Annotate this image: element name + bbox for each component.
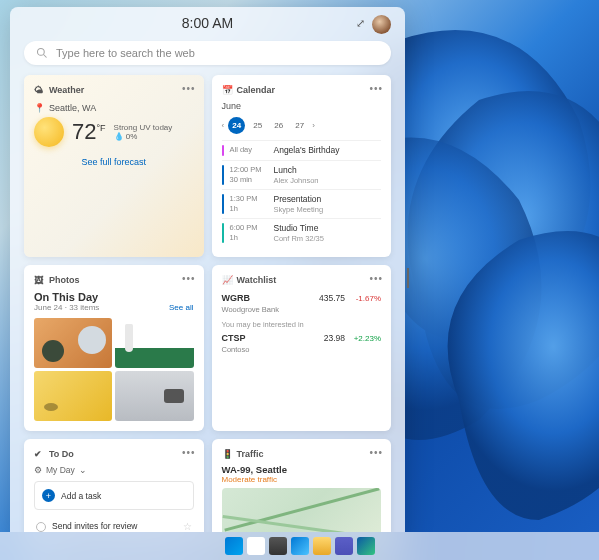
see-all-link[interactable]: See all <box>169 303 193 312</box>
watchlist-icon: 📈 <box>222 275 232 285</box>
traffic-icon: 🚦 <box>222 449 232 459</box>
add-task-button[interactable]: +Add a task <box>34 481 194 510</box>
calendar-day-selector[interactable]: ‹ 24 25 26 27 › <box>222 117 382 134</box>
card-menu-icon[interactable]: ••• <box>369 447 383 458</box>
card-menu-icon[interactable]: ••• <box>182 83 196 94</box>
weather-icon: 🌤 <box>34 85 44 95</box>
widgets-icon[interactable] <box>291 537 309 555</box>
prev-day-icon[interactable]: ‹ <box>222 121 225 130</box>
card-menu-icon[interactable]: ••• <box>369 273 383 284</box>
expand-icon[interactable]: ⤢ <box>356 17 365 30</box>
watchlist-card[interactable]: 📈Watchlist ••• WGRB 435.75 -1.67% Woodgr… <box>212 265 392 431</box>
task-checkbox[interactable] <box>36 522 46 532</box>
chevron-down-icon: ⌄ <box>79 465 87 475</box>
calendar-card[interactable]: 📅Calendar ••• June ‹ 24 25 26 27 › All d… <box>212 75 392 257</box>
clock-time: 8:00 AM <box>10 15 405 31</box>
calendar-event[interactable]: 1:30 PM1hPresentationSkype Meeting <box>222 189 382 218</box>
sun-icon <box>34 117 64 147</box>
calendar-event[interactable]: All dayAngela's Birthday <box>222 140 382 160</box>
calendar-event[interactable]: 6:00 PM1hStudio TimeConf Rm 32/35 <box>222 218 382 247</box>
taskbar <box>0 532 599 560</box>
calendar-icon: 📅 <box>222 85 232 95</box>
search-icon <box>36 47 48 59</box>
task-view-icon[interactable] <box>269 537 287 555</box>
calendar-event[interactable]: 12:00 PM30 minLunchAlex Johnson <box>222 160 382 189</box>
user-avatar[interactable] <box>372 15 391 34</box>
photo-thumb[interactable] <box>115 371 193 421</box>
traffic-card[interactable]: 🚦Traffic ••• WA-99, Seattle Moderate tra… <box>212 439 392 544</box>
photos-card[interactable]: 🖼Photos ••• On This Day June 24 · 33 ite… <box>24 265 204 431</box>
photo-thumb[interactable] <box>34 318 112 368</box>
card-menu-icon[interactable]: ••• <box>369 83 383 94</box>
photos-icon: 🖼 <box>34 275 44 285</box>
photo-thumb[interactable] <box>115 318 193 368</box>
teams-icon[interactable] <box>335 537 353 555</box>
todo-card[interactable]: ✔To Do ••• ⚙My Day⌄ +Add a task Send inv… <box>24 439 204 544</box>
photo-thumb[interactable] <box>34 371 112 421</box>
widgets-panel: 8:00 AM ⤢ Type here to search the web 🌤W… <box>10 7 405 544</box>
scroll-indicator[interactable] <box>407 268 409 288</box>
svg-point-0 <box>38 49 45 56</box>
temperature: 72°F <box>72 119 106 145</box>
star-icon[interactable]: ☆ <box>183 521 192 532</box>
stock-row[interactable]: WGRB 435.75 -1.67% <box>222 293 382 303</box>
location-icon: 📍 <box>34 103 45 113</box>
stock-row[interactable]: CTSP 23.98 +2.23% <box>222 333 382 343</box>
plus-icon: + <box>42 489 55 502</box>
card-menu-icon[interactable]: ••• <box>182 447 196 458</box>
edge-icon[interactable] <box>357 537 375 555</box>
forecast-link[interactable]: See full forecast <box>34 157 194 167</box>
search-input[interactable]: Type here to search the web <box>24 41 391 65</box>
card-menu-icon[interactable]: ••• <box>182 273 196 284</box>
file-explorer-icon[interactable] <box>313 537 331 555</box>
start-button[interactable] <box>225 537 243 555</box>
taskbar-search-icon[interactable] <box>247 537 265 555</box>
weather-card[interactable]: 🌤Weather ••• 📍Seattle, WA 72°F Strong UV… <box>24 75 204 257</box>
svg-line-1 <box>44 55 47 58</box>
todo-icon: ✔ <box>34 449 44 459</box>
next-day-icon[interactable]: › <box>312 121 315 130</box>
